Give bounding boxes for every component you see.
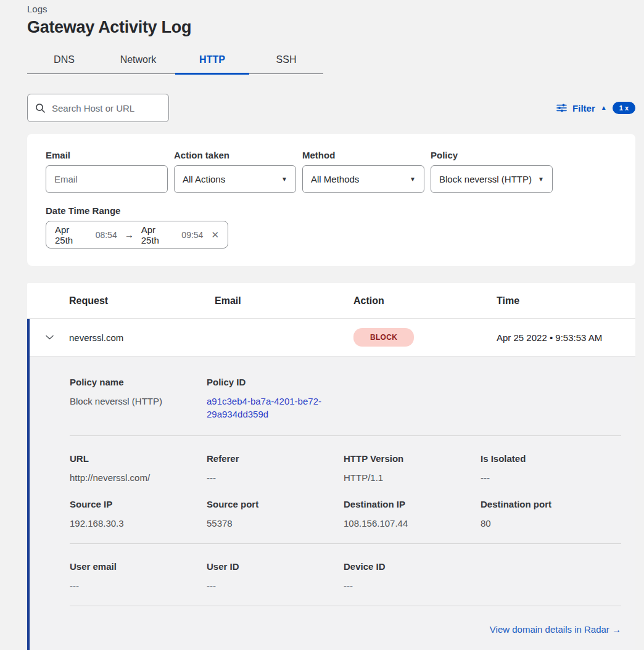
clear-date-range-icon[interactable]: ✕ (211, 229, 219, 241)
email-filter-label: Email (46, 150, 168, 160)
is-isolated-value: --- (481, 471, 621, 484)
column-header-time: Time (497, 295, 635, 306)
http-version-value: HTTP/1.1 (344, 471, 481, 484)
chevron-down-icon: ▼ (538, 176, 544, 183)
url-value: http://neverssl.com/ (70, 471, 207, 484)
device-id-field: Device ID --- (344, 561, 481, 592)
end-time[interactable]: 09:54 (181, 230, 203, 240)
filter-toggle[interactable]: Filter ▲ 1 x (556, 102, 635, 114)
policy-name-field: Policy name Block neverssl (HTTP) (70, 377, 207, 421)
arrow-right-icon: → (123, 229, 136, 240)
method-select[interactable]: All Methods ▼ (302, 165, 424, 193)
end-date[interactable]: Apr 25th (141, 224, 176, 245)
search-box[interactable] (27, 94, 169, 122)
action-taken-value: All Actions (183, 174, 225, 184)
expanded-row-container: neverssl.com BLOCK Apr 25 2022 • 9:53:53… (27, 319, 635, 650)
action-taken-select[interactable]: All Actions ▼ (174, 165, 296, 193)
user-id-field: User ID --- (207, 561, 344, 592)
column-header-request: Request (69, 295, 215, 306)
row-chevron-icon[interactable] (30, 334, 69, 340)
user-email-label: User email (70, 561, 207, 572)
date-range-label: Date Time Range (46, 205, 617, 216)
policy-id-link[interactable]: a91c3eb4-ba7a-4201-be72-29a934dd359d (207, 395, 344, 421)
source-ip-field: Source IP 192.168.30.3 (70, 499, 207, 530)
start-date[interactable]: Apr 25th (55, 224, 90, 245)
table-header: Request Email Action Time (27, 283, 635, 319)
http-version-label: HTTP Version (344, 453, 481, 464)
column-header-email: Email (215, 295, 353, 306)
action-block-badge: BLOCK (353, 328, 414, 347)
policy-value: Block neverssl (HTTP) (439, 174, 532, 184)
destination-ip-value: 108.156.107.44 (344, 517, 481, 530)
tab-ssh[interactable]: SSH (249, 47, 323, 73)
search-icon (35, 103, 46, 113)
source-ip-value: 192.168.30.3 (70, 517, 207, 530)
method-value: All Methods (311, 174, 359, 184)
url-field: URL http://neverssl.com/ (70, 453, 207, 484)
is-isolated-field: Is Isolated --- (481, 453, 621, 484)
destination-port-value: 80 (481, 517, 621, 530)
policy-name-value: Block neverssl (HTTP) (70, 395, 207, 408)
policy-id-field: Policy ID a91c3eb4-ba7a-4201-be72-29a934… (207, 377, 344, 421)
http-version-field: HTTP Version HTTP/1.1 (344, 453, 481, 484)
is-isolated-label: Is Isolated (481, 453, 621, 464)
policy-label: Policy (431, 150, 553, 160)
email-filter-field: Email (46, 150, 168, 193)
source-port-label: Source port (207, 499, 344, 509)
row-details-panel: Policy name Block neverssl (HTTP) Policy… (30, 356, 635, 650)
method-label: Method (302, 150, 424, 160)
breadcrumb[interactable]: Logs (0, 0, 644, 14)
device-id-label: Device ID (344, 561, 481, 572)
chevron-down-icon: ▼ (410, 176, 416, 183)
controls-row: Filter ▲ 1 x (27, 94, 635, 122)
search-input[interactable] (52, 103, 175, 113)
referer-label: Referer (207, 453, 344, 464)
table-row[interactable]: neverssl.com BLOCK Apr 25 2022 • 9:53:53… (30, 319, 635, 356)
user-id-label: User ID (207, 561, 344, 572)
action-taken-field: Action taken All Actions ▼ (174, 150, 296, 193)
user-email-value: --- (70, 579, 207, 592)
chevron-down-icon: ▼ (281, 176, 287, 183)
destination-port-field: Destination port 80 (481, 499, 621, 530)
tab-dns[interactable]: DNS (27, 47, 101, 73)
gateway-activity-log-page: Logs Gateway Activity Log DNS Network HT… (0, 0, 644, 650)
destination-ip-field: Destination IP 108.156.107.44 (344, 499, 481, 530)
policy-id-label: Policy ID (207, 377, 344, 387)
user-email-field: User email --- (70, 561, 207, 592)
source-port-value: 55378 (207, 517, 344, 530)
device-id-value: --- (344, 579, 481, 592)
tab-network[interactable]: Network (101, 47, 175, 73)
policy-name-label: Policy name (70, 377, 207, 387)
tab-bar: DNS Network HTTP SSH (27, 47, 323, 74)
page-title: Gateway Activity Log (0, 14, 644, 37)
column-header-action: Action (353, 295, 497, 306)
referer-value: --- (207, 471, 344, 484)
chevron-up-icon[interactable]: ▲ (601, 105, 607, 111)
filter-count-badge[interactable]: 1 x (613, 102, 635, 114)
row-request: neverssl.com (69, 332, 215, 343)
tab-http[interactable]: HTTP (175, 47, 249, 73)
user-id-value: --- (207, 579, 344, 592)
activity-table: Request Email Action Time neverssl.com B… (27, 283, 635, 650)
date-range-field: Date Time Range Apr 25th 08:54 → Apr 25t… (46, 205, 617, 249)
email-filter-input[interactable] (54, 174, 159, 184)
destination-ip-label: Destination IP (344, 499, 481, 509)
view-domain-radar-link[interactable]: View domain details in Radar → (490, 624, 621, 635)
method-field: Method All Methods ▼ (302, 150, 424, 193)
destination-port-label: Destination port (481, 499, 621, 509)
policy-select[interactable]: Block neverssl (HTTP) ▼ (431, 165, 553, 193)
row-time: Apr 25 2022 • 9:53:53 AM (497, 332, 635, 343)
date-range-input[interactable]: Apr 25th 08:54 → Apr 25th 09:54 ✕ (46, 221, 228, 249)
filter-sliders-icon (556, 103, 567, 113)
source-port-field: Source port 55378 (207, 499, 344, 530)
action-taken-label: Action taken (174, 150, 296, 160)
policy-field: Policy Block neverssl (HTTP) ▼ (431, 150, 553, 193)
filter-label: Filter (572, 103, 595, 113)
filter-panel: Email Action taken All Actions ▼ Method … (27, 134, 635, 266)
url-label: URL (70, 453, 207, 464)
start-time[interactable]: 08:54 (96, 230, 117, 240)
referer-field: Referer --- (207, 453, 344, 484)
source-ip-label: Source IP (70, 499, 207, 509)
